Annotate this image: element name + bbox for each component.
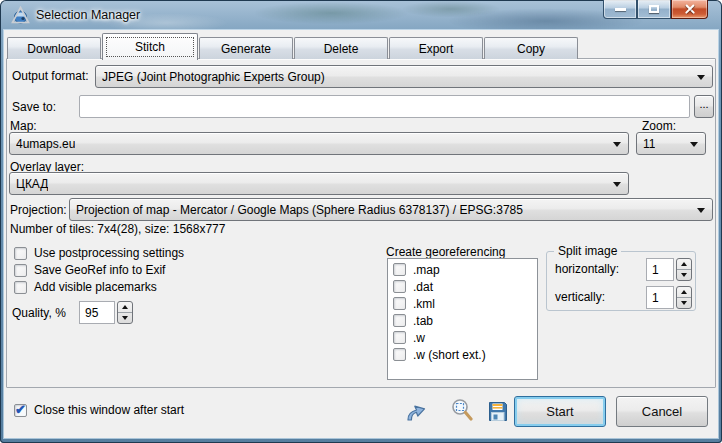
spin-down-button[interactable] xyxy=(118,313,132,323)
cancel-button-label: Cancel xyxy=(642,404,682,419)
tab-label: Export xyxy=(419,42,454,56)
tab-stitch[interactable]: Stitch xyxy=(102,33,198,60)
maximize-icon xyxy=(649,5,659,13)
georef-dat-checkbox[interactable] xyxy=(393,280,406,293)
tab-label: Download xyxy=(27,42,80,56)
georef-map-label[interactable]: .map xyxy=(413,263,440,277)
split-vertically-input[interactable]: 1 xyxy=(646,286,674,309)
georeferencing-listbox: .map .dat .kml .tab .w .w (short ext.) xyxy=(387,258,538,380)
split-vertically-spinner: 1 xyxy=(646,286,692,309)
screen: Selection Manager Download Stitch Genera… xyxy=(0,0,722,443)
georef-w-short-row: .w (short ext.) xyxy=(393,348,537,361)
start-button[interactable]: Start xyxy=(514,396,606,427)
tab-label: Copy xyxy=(517,42,545,56)
chevron-down-icon xyxy=(690,142,698,147)
tab-bar: Download Stitch Generate Delete Export C… xyxy=(7,36,579,59)
cancel-button[interactable]: Cancel xyxy=(616,396,708,427)
chevron-down-icon xyxy=(613,142,621,147)
add-placemarks-checkbox[interactable] xyxy=(14,281,27,294)
georef-map-checkbox[interactable] xyxy=(393,263,406,276)
output-format-value: JPEG (Joint Photographic Experts Group) xyxy=(102,70,325,84)
overlay-layer-value: ЦКАД xyxy=(16,177,48,191)
use-postprocessing-row: Use postprocessing settings xyxy=(14,246,184,260)
tab-export[interactable]: Export xyxy=(389,37,483,59)
tiles-info-text: Number of tiles: 7x4(28), size: 1568x777 xyxy=(10,222,225,236)
spin-up-button[interactable] xyxy=(677,259,691,270)
use-postprocessing-checkbox[interactable] xyxy=(14,247,27,260)
tab-download[interactable]: Download xyxy=(7,37,101,59)
split-horizontally-spinner: 1 xyxy=(646,258,692,281)
chevron-down-icon xyxy=(697,75,705,80)
map-label: Map: xyxy=(10,119,37,133)
titlebar: Selection Manager xyxy=(0,0,722,30)
quality-label: Quality, % xyxy=(12,306,66,320)
close-after-start-row: Close this window after start xyxy=(14,403,184,417)
georef-kml-row: .kml xyxy=(393,297,537,310)
browse-button[interactable]: ... xyxy=(694,95,714,118)
projection-value: Projection of map - Mercator / Google Ma… xyxy=(76,203,523,217)
output-format-label: Output format: xyxy=(12,69,89,83)
close-after-start-label[interactable]: Close this window after start xyxy=(34,403,184,417)
georef-w-label[interactable]: .w xyxy=(413,331,425,345)
minimize-button[interactable] xyxy=(603,0,637,19)
browse-button-label: ... xyxy=(699,98,708,110)
save-georef-exif-checkbox[interactable] xyxy=(14,264,27,277)
save-georef-exif-row: Save GeoRef info to Exif xyxy=(14,263,165,277)
floppy-save-icon xyxy=(488,401,508,422)
close-button[interactable] xyxy=(671,0,708,19)
georef-kml-checkbox[interactable] xyxy=(393,297,406,310)
output-format-combobox[interactable]: JPEG (Joint Photographic Experts Group) xyxy=(95,65,713,88)
georef-tab-label[interactable]: .tab xyxy=(413,314,433,328)
georef-tab-row: .tab xyxy=(393,314,537,327)
split-horizontally-input[interactable]: 1 xyxy=(646,258,674,281)
save-to-label: Save to: xyxy=(12,100,56,114)
spin-up-button[interactable] xyxy=(677,287,691,298)
georef-w-short-checkbox[interactable] xyxy=(393,348,406,361)
tab-copy[interactable]: Copy xyxy=(484,37,578,59)
map-combobox[interactable]: 4umaps.eu xyxy=(9,132,629,155)
use-postprocessing-label[interactable]: Use postprocessing settings xyxy=(34,246,184,260)
georef-dat-label[interactable]: .dat xyxy=(413,280,433,294)
projection-combobox[interactable]: Projection of map - Mercator / Google Ma… xyxy=(69,198,713,221)
zoom-label: Zoom: xyxy=(642,119,676,133)
save-to-input[interactable] xyxy=(79,95,690,118)
georef-tab-checkbox[interactable] xyxy=(393,314,406,327)
split-horizontally-label: horizontally: xyxy=(555,262,619,276)
split-vertically-spin-buttons xyxy=(676,286,692,309)
map-value: 4umaps.eu xyxy=(16,137,75,151)
spin-down-button[interactable] xyxy=(677,298,691,308)
add-placemarks-label[interactable]: Add visible placemarks xyxy=(34,280,157,294)
overlay-layer-combobox[interactable]: ЦКАД xyxy=(9,172,629,195)
georef-dat-row: .dat xyxy=(393,280,537,293)
projection-label: Projection: xyxy=(10,203,67,217)
spin-down-button[interactable] xyxy=(677,270,691,280)
tab-label: Delete xyxy=(324,42,359,56)
georeferencing-title: Create georeferencing xyxy=(386,245,505,259)
georef-w-short-label[interactable]: .w (short ext.) xyxy=(413,348,486,362)
tab-label: Stitch xyxy=(135,40,165,54)
zoom-value: 11 xyxy=(643,137,655,151)
split-vertically-value: 1 xyxy=(652,291,659,305)
quality-spin-buttons xyxy=(117,301,133,324)
quality-spinner: 95 xyxy=(79,301,133,324)
save-selection-button[interactable] xyxy=(485,398,511,424)
tab-generate[interactable]: Generate xyxy=(199,37,293,59)
quality-value: 95 xyxy=(85,306,98,320)
start-button-label: Start xyxy=(546,404,573,419)
quality-input[interactable]: 95 xyxy=(79,301,115,324)
minimize-icon xyxy=(615,8,626,11)
spin-up-button[interactable] xyxy=(118,302,132,313)
close-after-start-checkbox[interactable] xyxy=(14,404,27,417)
tab-delete[interactable]: Delete xyxy=(294,37,388,59)
split-horizontally-spin-buttons xyxy=(676,258,692,281)
selection-manager-window: Selection Manager Download Stitch Genera… xyxy=(0,0,722,443)
georef-w-checkbox[interactable] xyxy=(393,331,406,344)
zoom-combobox[interactable]: 11 xyxy=(636,132,706,155)
split-vertically-label: vertically: xyxy=(555,290,605,304)
save-georef-exif-label[interactable]: Save GeoRef info to Exif xyxy=(34,263,165,277)
maximize-button[interactable] xyxy=(637,0,671,19)
zoom-to-selection-button[interactable] xyxy=(449,397,475,423)
go-to-selection-button[interactable] xyxy=(403,399,429,425)
close-icon xyxy=(683,3,697,15)
georef-kml-label[interactable]: .kml xyxy=(413,297,435,311)
